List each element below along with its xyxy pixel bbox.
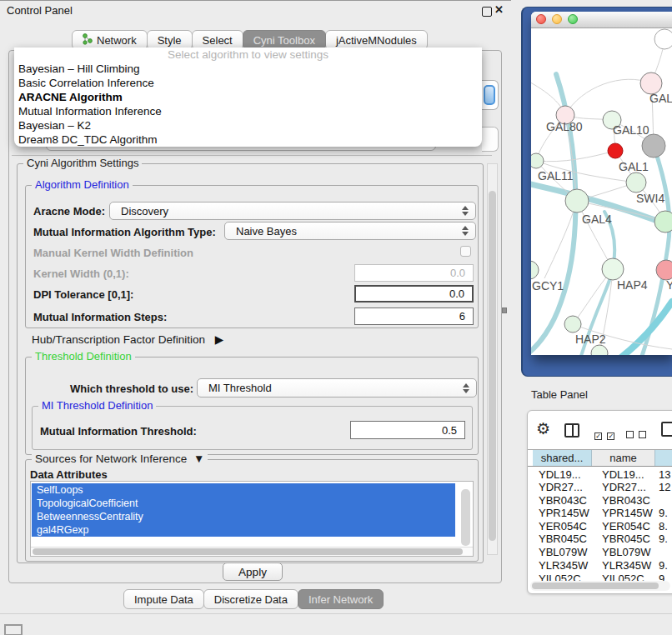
table-row[interactable]: YBR045C (602, 532, 650, 545)
split-columns-icon[interactable] (564, 423, 579, 438)
expand-right-icon[interactable]: ▶ (215, 333, 223, 346)
settings-vscrollbar-thumb[interactable] (489, 191, 496, 541)
table-row[interactable]: YPR145W (539, 507, 589, 519)
tab-discretize-data[interactable]: Discretize Data (203, 589, 298, 609)
sources-group-title[interactable]: Sources for Network Inference ▼ (32, 452, 208, 465)
table-row[interactable]: YLR345W (602, 559, 651, 572)
mi-threshold-field[interactable]: 0.5 (350, 421, 465, 439)
table-row[interactable]: 13 (659, 468, 670, 481)
settings-vscrollbar[interactable] (487, 163, 498, 555)
column-header-name[interactable]: name (592, 450, 655, 466)
list-item[interactable]: gal4RGexp (32, 523, 455, 537)
stepper-arrows-icon (462, 226, 469, 236)
mi-steps-field[interactable]: 6 (354, 308, 474, 325)
network-window-titlebar[interactable] (531, 12, 672, 28)
splitpane-handle[interactable] (502, 308, 507, 313)
table-row[interactable]: 9. (659, 507, 668, 519)
table-row[interactable]: YBL079W (539, 546, 588, 558)
dropdown-item[interactable]: Dream8 DC_TDC Algorithm (14, 132, 482, 147)
aracne-mode-combo[interactable]: Discovery (109, 202, 476, 220)
hub-definition-expander[interactable]: Hub/Transcription Factor Definition ▶ (32, 332, 223, 346)
table-row[interactable]: YBR045C (539, 532, 587, 545)
node-gcy1 (531, 261, 539, 279)
which-threshold-combo[interactable]: MI Threshold (197, 378, 477, 398)
table-row[interactable]: 8. (659, 520, 668, 532)
table-row[interactable]: YIL052C (539, 572, 581, 581)
node-label: HAP4 (617, 278, 648, 292)
node-swi4 (654, 211, 672, 232)
node-label: GCY1 (532, 279, 564, 292)
table-row[interactable]: YBR043C (602, 494, 650, 507)
list-vscrollbar-thumb[interactable] (461, 489, 470, 546)
panel-grip[interactable] (4, 624, 23, 635)
manual-kernel-checkbox[interactable] (460, 246, 471, 257)
column-header-shared-name[interactable]: shared... (533, 450, 592, 466)
table-row[interactable]: YDR27... (602, 481, 646, 493)
list-item[interactable]: BetweennessCentrality (32, 510, 455, 523)
zoom-traffic-light[interactable] (568, 14, 578, 24)
node-label: GAL10 (613, 123, 649, 137)
partial-toolbar-icon[interactable] (661, 422, 672, 437)
cyni-algorithm-settings-title: Cyni Algorithm Settings (23, 157, 142, 169)
close-icon[interactable]: ✕ (494, 3, 504, 16)
table-row[interactable]: 12 (659, 481, 670, 493)
mi-type-combo[interactable]: Naive Bayes (224, 222, 476, 240)
table-row[interactable]: YER054C (539, 520, 587, 532)
minimize-traffic-light[interactable] (552, 14, 562, 24)
table-row[interactable]: YDL19... (539, 468, 581, 481)
table-row[interactable]: YBL079W (602, 546, 651, 558)
node-label: SWI4 (636, 192, 664, 205)
which-threshold-label: Which threshold to use: (70, 382, 193, 395)
table-row[interactable]: 9. (659, 559, 668, 572)
node-label: HAP2 (575, 332, 606, 346)
tab-impute-data-label: Impute Data (134, 593, 193, 606)
table-row[interactable]: 9. (659, 532, 668, 545)
table-row[interactable]: 9 (659, 572, 664, 581)
collapse-down-icon[interactable]: ▼ (193, 452, 204, 465)
bottom-tabbar: Impute Data Discretize Data Infer Networ… (123, 589, 383, 609)
list-item[interactable]: TopologicalCoefficient (32, 497, 455, 510)
node-label: GAL80 (546, 120, 583, 133)
dropdown-item-selected[interactable]: ARACNE Algorithm (14, 90, 482, 104)
dropdown-prompt: Select algorithm to view settings (14, 48, 482, 62)
combo-fragment-2 (482, 127, 499, 152)
column-header-partial[interactable] (655, 450, 672, 466)
apply-button[interactable]: Apply (223, 562, 283, 581)
close-traffic-light[interactable] (536, 14, 546, 24)
list-item[interactable]: SelfLoops (32, 483, 455, 497)
table-row[interactable]: YPR145W (602, 507, 653, 519)
panel-bottom-divider (0, 613, 672, 614)
mi-threshold-group-title: MI Threshold Definition (38, 399, 156, 412)
dropdown-item[interactable]: Basic Correlation Inference (14, 76, 482, 90)
tab-impute-data[interactable]: Impute Data (123, 589, 204, 609)
dropdown-item[interactable]: Mutual Information Inference (14, 104, 482, 118)
tab-cyni-toolbox-label: Cyni Toolbox (253, 34, 315, 47)
float-icon[interactable] (482, 7, 492, 17)
focused-combo-button[interactable] (484, 85, 495, 105)
dropdown-item[interactable]: Bayesian – Hill Climbing (14, 62, 482, 76)
table-row[interactable]: YER054C (602, 520, 650, 532)
table-hscrollbar[interactable] (530, 581, 670, 591)
node-hap2 (564, 316, 581, 332)
table-hscrollbar-thumb[interactable] (532, 582, 659, 589)
table-row[interactable]: YLR345W (539, 559, 588, 572)
network-icon (83, 33, 93, 48)
node-label: GAL4 (582, 212, 612, 226)
tab-discretize-data-label: Discretize Data (214, 593, 288, 606)
threshold-definition-title: Threshold Definition (32, 350, 135, 362)
dropdown-item[interactable]: Bayesian – K2 (14, 118, 482, 132)
checked-columns-icon[interactable]: ✓ ✓ (594, 427, 614, 442)
node-unlabeled (654, 29, 672, 49)
kernel-width-field[interactable]: 0.0 (354, 264, 474, 282)
table-row[interactable]: YDL19... (602, 468, 644, 481)
dpi-tolerance-field[interactable]: 0.0 (354, 285, 474, 302)
list-hscrollbar-thumb[interactable] (33, 548, 463, 555)
gear-icon[interactable]: ⚙ (536, 421, 550, 437)
table-row[interactable]: YIL052C (602, 572, 644, 581)
data-attributes-list[interactable]: SelfLoops TopologicalCoefficient Between… (30, 481, 474, 557)
table-row[interactable]: YBR043C (539, 494, 587, 507)
unchecked-columns-icon[interactable] (626, 427, 646, 442)
list-hscrollbar[interactable] (31, 547, 473, 556)
table-row[interactable]: YDR27... (539, 481, 583, 493)
tab-infer-network[interactable]: Infer Network (298, 589, 384, 609)
